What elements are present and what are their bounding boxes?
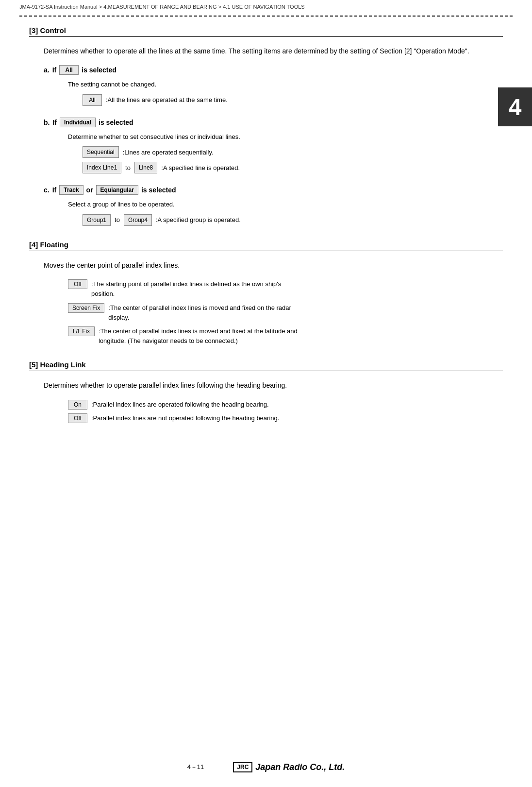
sub-item-a: a. If All is selected The setting cannot… bbox=[44, 65, 503, 106]
screen-fix-desc: :The center of parallel index lines is m… bbox=[108, 303, 312, 323]
sub-b-letter: b. bbox=[44, 119, 50, 126]
all-btn[interactable]: All bbox=[83, 94, 102, 106]
sub-a-all-btn[interactable]: All bbox=[59, 65, 79, 75]
section-floating: [4] Floating Moves the center point of p… bbox=[29, 240, 503, 346]
section-control: [3] Control Determines whether to operat… bbox=[29, 26, 503, 226]
individual-btn[interactable]: Individual bbox=[60, 118, 96, 127]
floating-intro: Moves the center point of parallel index… bbox=[44, 260, 503, 271]
sub-b-is-selected: is selected bbox=[99, 119, 133, 126]
company-name: Japan Radio Co., Ltd. bbox=[255, 762, 345, 772]
indexline-row: Index Line1 to Line8 :A specified line i… bbox=[83, 162, 503, 173]
company-logo: JRC Japan Radio Co., Ltd. bbox=[233, 762, 345, 772]
sub-a-btn-row: All :All the lines are operated at the s… bbox=[83, 94, 503, 106]
screen-fix-row: Screen Fix :The center of parallel index… bbox=[68, 303, 503, 323]
section-heading-link-header: [5] Heading Link bbox=[29, 360, 503, 371]
floating-off-btn[interactable]: Off bbox=[68, 279, 87, 289]
ll-fix-desc: :The center of parallel index lines is m… bbox=[99, 326, 302, 346]
chapter-badge: 4 bbox=[498, 87, 532, 126]
sequential-row: Sequential :Lines are operated sequentia… bbox=[83, 146, 503, 158]
screen-fix-btn[interactable]: Screen Fix bbox=[68, 303, 104, 313]
sub-c-if: If bbox=[52, 186, 57, 194]
sub-a-if: If bbox=[52, 66, 57, 74]
all-btn-desc: :All the lines are operated at the same … bbox=[106, 95, 228, 105]
heading-on-desc: :Parallel index lines are operated follo… bbox=[91, 400, 269, 410]
sub-b-desc: Determine whether to set consecutive lin… bbox=[68, 132, 503, 142]
to-label-b: to bbox=[125, 163, 131, 173]
heading-off-desc: :Parallel index lines are not operated f… bbox=[91, 413, 279, 423]
group4-btn[interactable]: Group4 bbox=[124, 214, 152, 226]
breadcrumb: JMA-9172-SA Instruction Manual > 4.MEASU… bbox=[19, 4, 305, 10]
sub-b-if: If bbox=[52, 119, 57, 126]
or-label: or bbox=[86, 186, 93, 194]
page-footer: 4－11 JRC Japan Radio Co., Ltd. bbox=[0, 762, 532, 772]
off-row: Off :The starting point of parallel inde… bbox=[68, 279, 503, 299]
sequential-desc: :Lines are operated sequentially. bbox=[123, 148, 214, 157]
to-label-c: to bbox=[115, 215, 120, 225]
track-btn[interactable]: Track bbox=[59, 185, 83, 195]
sub-a-letter: a. bbox=[44, 66, 50, 74]
group1-btn[interactable]: Group1 bbox=[83, 214, 111, 226]
sub-b-label: b. If Individual is selected bbox=[44, 118, 503, 127]
sub-a-is-selected: is selected bbox=[82, 66, 116, 74]
sub-c-is-selected: is selected bbox=[141, 186, 176, 194]
jrc-label: JRC bbox=[233, 762, 252, 772]
section-control-header: [3] Control bbox=[29, 26, 503, 37]
sub-c-desc: Select a group of lines to be operated. bbox=[68, 200, 503, 209]
sub-a-label: a. If All is selected bbox=[44, 65, 503, 75]
sub-item-b: b. If Individual is selected Determine w… bbox=[44, 118, 503, 174]
sub-c-label: c. If Track or Equiangular is selected bbox=[44, 185, 503, 195]
section-floating-header: [4] Floating bbox=[29, 240, 503, 251]
ll-fix-btn[interactable]: L/L Fix bbox=[68, 326, 95, 336]
equiangular-btn[interactable]: Equiangular bbox=[96, 185, 138, 195]
group-row: Group1 to Group4 :A specified group is o… bbox=[83, 214, 503, 226]
sub-a-desc: The setting cannot be changed. bbox=[68, 80, 503, 89]
ll-fix-row: L/L Fix :The center of parallel index li… bbox=[68, 326, 503, 346]
sequential-btn[interactable]: Sequential bbox=[83, 146, 119, 158]
floating-off-desc: :The starting point of parallel index li… bbox=[91, 279, 295, 299]
heading-off-btn[interactable]: Off bbox=[68, 413, 87, 423]
heading-on-btn[interactable]: On bbox=[68, 400, 87, 410]
page-number: 4－11 bbox=[187, 763, 204, 771]
sub-item-c: c. If Track or Equiangular is selected S… bbox=[44, 185, 503, 226]
section-heading-link: [5] Heading Link Determines whether to o… bbox=[29, 360, 503, 423]
heading-on-row: On :Parallel index lines are operated fo… bbox=[68, 400, 503, 410]
control-intro: Determines whether to operate all the li… bbox=[44, 46, 503, 56]
index-line1-btn[interactable]: Index Line1 bbox=[83, 162, 121, 173]
heading-off-row: Off :Parallel index lines are not operat… bbox=[68, 413, 503, 423]
line8-btn[interactable]: Line8 bbox=[134, 162, 157, 173]
group-desc: :A specified group is operated. bbox=[156, 215, 241, 225]
heading-link-intro: Determines whether to operate parallel i… bbox=[44, 380, 503, 391]
indexline-desc: :A specified line is operated. bbox=[161, 163, 240, 173]
page-header: JMA-9172-SA Instruction Manual > 4.MEASU… bbox=[0, 0, 532, 14]
sub-c-letter: c. bbox=[44, 186, 50, 194]
